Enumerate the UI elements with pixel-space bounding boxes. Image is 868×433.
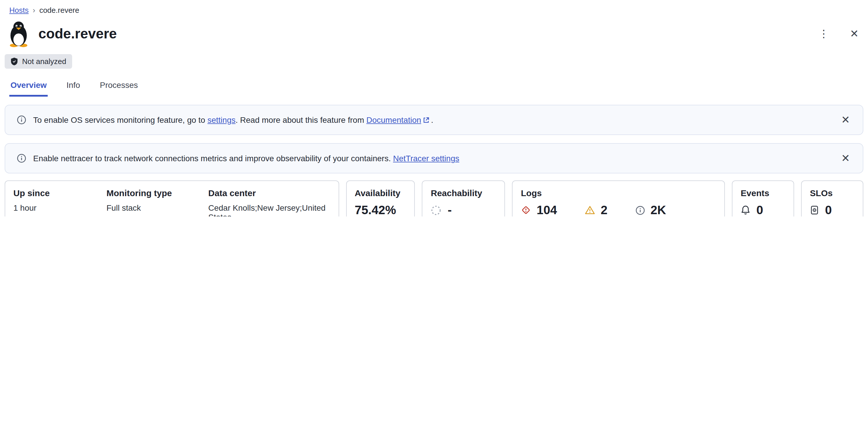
up-since-label: Up since [13, 188, 106, 198]
events-count: 0 [756, 203, 763, 216]
tab-bar: Overview Info Processes [5, 78, 863, 97]
breadcrumb: Hosts › code.revere [5, 6, 863, 14]
banner-close-icon[interactable]: ✕ [840, 152, 851, 165]
breadcrumb-hosts-link[interactable]: Hosts [9, 6, 29, 14]
banner-text-mid: . Read more about this feature from [236, 115, 367, 125]
slos-count: 0 [825, 203, 832, 216]
settings-link[interactable]: settings [208, 115, 236, 125]
page-title: code.revere [38, 26, 117, 42]
host-header: code.revere ⋮ ✕ [5, 20, 863, 47]
breadcrumb-separator: › [33, 6, 35, 14]
info-icon [17, 115, 26, 125]
slos-label: SLOs [810, 188, 855, 198]
nettracer-banner: Enable nettracer to track network connec… [5, 143, 863, 174]
host-info-card: Up since 1 hour Monitoring type Full sta… [5, 180, 339, 216]
up-since-value: 1 hour [13, 203, 106, 212]
reachability-card: Reachability - [422, 180, 505, 216]
host-overview-page: Hosts › code.revere code.revere [0, 0, 868, 216]
logs-errors-count: 104 [537, 203, 557, 216]
not-analyzed-badge: Not analyzed [5, 54, 72, 69]
banner-text: Enable nettracer to track network connec… [33, 154, 459, 163]
logs-errors[interactable]: 104 [521, 203, 557, 216]
logs-card: Logs 104 2 [512, 180, 725, 216]
logs-warnings-count: 2 [601, 203, 608, 216]
availability-value: 75.42% [354, 203, 406, 216]
bell-icon [741, 205, 750, 215]
events-label: Events [741, 188, 785, 198]
close-icon[interactable]: ✕ [849, 27, 860, 40]
logs-label: Logs [521, 188, 716, 198]
info-icon [17, 154, 26, 163]
stats-row: Up since 1 hour Monitoring type Full sta… [5, 180, 863, 216]
error-diamond-icon [521, 205, 531, 215]
badge-label: Not analyzed [22, 57, 66, 66]
data-center-value: Cedar Knolls;New Jersey;United States [208, 203, 330, 216]
events-card: Events 0 [732, 180, 794, 216]
os-services-banner: To enable OS services monitoring feature… [5, 105, 863, 135]
nettracer-settings-link[interactable]: NetTracer settings [393, 154, 459, 163]
slos-card: SLOs 0 [801, 180, 863, 216]
tab-overview[interactable]: Overview [9, 78, 48, 97]
reachability-gauge-icon [431, 205, 442, 216]
documentation-link[interactable]: Documentation [367, 115, 421, 125]
availability-label: Availability [354, 188, 406, 198]
breadcrumb-current: code.revere [39, 6, 79, 14]
logs-warnings[interactable]: 2 [585, 203, 608, 216]
tab-processes[interactable]: Processes [99, 78, 139, 97]
monitoring-type-label: Monitoring type [106, 188, 208, 198]
data-center-label: Data center [208, 188, 330, 198]
linux-tux-icon [7, 20, 30, 47]
logs-info[interactable]: 2K [635, 203, 666, 216]
warning-triangle-icon [585, 206, 595, 215]
reachability-label: Reachability [431, 188, 497, 198]
shield-icon [10, 57, 18, 66]
logs-info-count: 2K [650, 203, 666, 216]
banner-text-post: . [431, 115, 433, 125]
availability-card: Availability 75.42% [346, 180, 415, 216]
external-link-icon [422, 116, 430, 124]
monitoring-type-value: Full stack [106, 203, 208, 212]
reachability-value: - [448, 203, 452, 216]
info-circle-icon [635, 205, 645, 215]
banner-text: To enable OS services monitoring feature… [33, 115, 433, 125]
slo-target-icon [810, 205, 819, 215]
banner-text-pre: To enable OS services monitoring feature… [33, 115, 208, 125]
banner-text-pre: Enable nettracer to track network connec… [33, 154, 393, 163]
kebab-menu-icon[interactable]: ⋮ [817, 27, 830, 40]
tab-info[interactable]: Info [65, 78, 82, 97]
banner-close-icon[interactable]: ✕ [840, 114, 851, 126]
